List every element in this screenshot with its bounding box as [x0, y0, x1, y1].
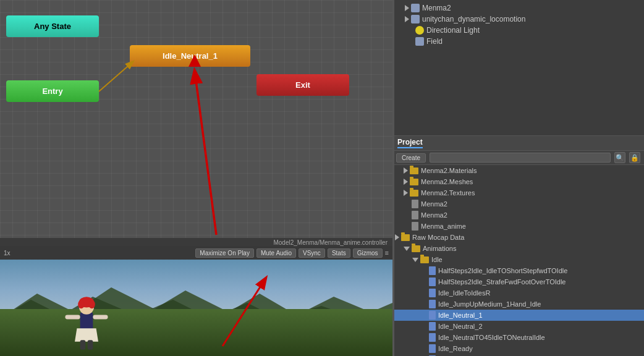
folder-icon	[410, 179, 418, 185]
tree-item-label: Idle_JumpUpMedium_1Hand_Idle	[438, 300, 541, 308]
project-tree-item[interactable]: Idle_JumpUpMedium_1Hand_Idle	[392, 299, 644, 310]
folder-icon	[412, 245, 420, 252]
hierarchy-item-field[interactable]: Field	[392, 36, 644, 47]
project-tree-item[interactable]: Idle_IdleToIdlesR	[392, 287, 644, 299]
project-tab[interactable]: Project	[397, 138, 423, 148]
animation-icon	[429, 278, 436, 286]
hierarchy-item-menma2[interactable]: Menma2	[392, 2, 644, 14]
svg-rect-7	[65, 315, 80, 320]
expand-icon	[404, 190, 408, 196]
expand-icon	[404, 179, 408, 185]
panel-menu-icon[interactable]: ≡	[385, 249, 389, 256]
project-tree-item[interactable]: Menma2	[392, 210, 644, 221]
exit-label: Exit	[295, 80, 310, 90]
project-panel: Project Create 🔍 🔒 Menma2.MaterialsMenma…	[392, 136, 644, 356]
animation-icon	[429, 300, 436, 308]
vsync-button[interactable]: VSync	[299, 248, 325, 258]
lock-icon-btn[interactable]: 🔒	[629, 152, 640, 163]
tree-item-label: Idle_IdleToIdlesR	[438, 289, 490, 297]
project-header: Project	[392, 136, 644, 151]
mesh-icon	[415, 37, 424, 46]
collapse-icon	[412, 258, 418, 262]
search-icon-btn[interactable]: 🔍	[614, 152, 625, 163]
game-toolbar: 1x Maximize On Play Mute Audio VSync Sta…	[0, 246, 392, 260]
project-tree-item[interactable]: Menma2.Textures	[392, 187, 644, 198]
svg-rect-5	[80, 312, 93, 331]
project-tree-item[interactable]: Idle_Ready	[392, 343, 644, 354]
tree-item-label: Menma2.Textures	[421, 189, 475, 197]
expand-icon	[404, 167, 408, 174]
project-tree-item[interactable]: Raw Mocap Data	[392, 232, 644, 243]
light-icon	[415, 26, 424, 35]
project-tree-item[interactable]: HalfSteps2Idle_StrafeFwdFootOverTOIdle	[392, 276, 644, 287]
project-tree-item[interactable]: Menma2.Materials	[392, 165, 644, 176]
project-tree-item[interactable]: Menma_anime	[392, 221, 644, 232]
tree-item-label: Menma2.Meshes	[421, 178, 473, 185]
hier-label: Field	[426, 37, 443, 46]
folder-icon	[401, 234, 410, 241]
search-input[interactable]	[430, 153, 611, 163]
character	[62, 294, 111, 352]
animator-filepath: Model2_Menma/Menma_anime.controller	[273, 239, 388, 246]
project-tree-item[interactable]: Idle	[392, 254, 644, 265]
hierarchy-item-locomotion[interactable]: unitychan_dynamic_locomotion	[392, 14, 644, 25]
exit-node[interactable]: Exit	[256, 74, 349, 96]
tree-item-label: Idle	[431, 256, 443, 263]
hier-label: Directional Light	[426, 26, 480, 35]
file-icon	[412, 200, 418, 208]
mute-audio-button[interactable]: Mute Audio	[256, 248, 296, 258]
tree-item-label: HalfSteps2Idle_StrafeFwdFootOverTOIdle	[438, 278, 566, 286]
file-icon	[412, 211, 418, 219]
animation-icon	[429, 333, 436, 342]
hier-label: Menma2	[422, 4, 451, 12]
game-view	[0, 260, 392, 356]
mesh-icon	[411, 15, 420, 23]
entry-label: Entry	[42, 87, 62, 96]
idle-neutral-node[interactable]: Idle_Neutral_1	[130, 45, 250, 67]
project-tree-item[interactable]: HalfSteps2Idle_IdleTOShortStepfwdTOIdle	[392, 265, 644, 276]
ground	[0, 309, 392, 356]
collapse-icon	[404, 247, 410, 251]
animator-panel: Any State Entry Idle_Neutral_1 Exit Mode…	[0, 0, 392, 356]
folder-icon	[410, 190, 418, 197]
mesh-icon	[411, 4, 420, 12]
svg-marker-6	[75, 328, 98, 342]
zoom-label: 1x	[4, 250, 11, 256]
project-tree-item[interactable]: Idle_Neutral_2	[392, 321, 644, 332]
any-state-label: Any State	[34, 22, 71, 31]
hierarchy-item-directional-light[interactable]: Directional Light	[392, 25, 644, 36]
folder-icon	[410, 167, 418, 174]
tree-item-label: Raw Mocap Data	[412, 234, 464, 241]
animation-icon	[429, 344, 436, 353]
tree-item-label: Idle_Neutral_1	[438, 312, 483, 319]
entry-node[interactable]: Entry	[6, 80, 99, 102]
project-tree-item[interactable]: Menma2.Meshes	[392, 176, 644, 187]
tree-item-label: Menma_anime	[421, 222, 466, 230]
stats-button[interactable]: Stats	[328, 248, 350, 258]
maximize-on-play-button[interactable]: Maximize On Play	[195, 248, 254, 258]
tree-item-label: Menma2.Materials	[421, 167, 477, 174]
animation-icon	[429, 289, 436, 297]
tree-item-label: HalfSteps2Idle_IdleTOShortStepfwdTOIdle	[438, 267, 567, 274]
animation-icon	[429, 311, 436, 320]
folder-icon	[420, 256, 429, 263]
project-tree-item[interactable]: Idle_NeutralTO45IdleTONeutralIdle	[392, 332, 644, 343]
create-button[interactable]: Create	[396, 153, 426, 163]
project-tree-item[interactable]: Menma2	[392, 198, 644, 210]
gizmos-button[interactable]: Gizmos	[353, 248, 383, 258]
project-tree: Menma2.MaterialsMenma2.MeshesMenma2.Text…	[392, 165, 644, 356]
project-tree-item[interactable]: Animations	[392, 243, 644, 254]
tree-item-label: Animations	[423, 245, 456, 252]
svg-rect-8	[93, 315, 108, 320]
svg-point-12	[88, 300, 95, 308]
any-state-node[interactable]: Any State	[6, 15, 99, 37]
project-tree-item[interactable]: Idle_Neutral_1	[392, 310, 644, 321]
resize-handle[interactable]	[392, 0, 394, 356]
expand-icon	[405, 16, 409, 22]
idle-neutral-label: Idle_Neutral_1	[163, 51, 218, 61]
tree-item-label: Menma2	[421, 211, 447, 219]
svg-rect-14	[88, 340, 93, 350]
animation-icon	[429, 322, 436, 331]
file-icon	[412, 222, 418, 231]
animation-icon	[429, 266, 436, 275]
